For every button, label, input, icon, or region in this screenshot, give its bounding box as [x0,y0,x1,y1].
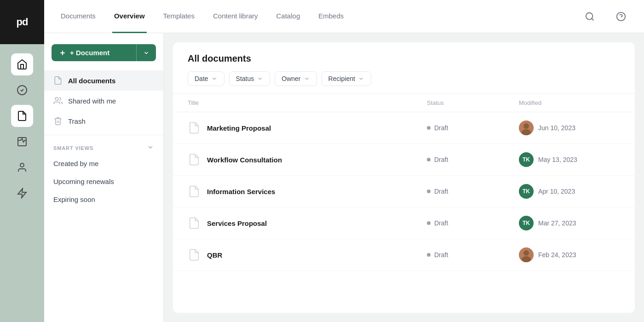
doc-status-cell: Draft [427,124,519,132]
search-button[interactable] [581,8,598,25]
col-status-label: Status [427,99,519,106]
table-row[interactable]: Information Services Draft TK Apr 10, 20… [173,176,635,207]
sidebar-item-upcoming-renewals[interactable]: Upcoming renewals [44,172,163,190]
doc-status-cell: Draft [427,251,519,259]
status-dot [427,190,431,193]
col-title-label: Title [188,99,427,106]
doc-status: Draft [434,188,448,195]
document-icon [188,217,201,230]
icon-bar: pd [0,0,44,322]
smart-views-chevron-icon[interactable] [147,144,154,153]
doc-title-cell: Information Services [188,185,427,198]
doc-modified-cell: Feb 24, 2023 [519,247,620,262]
smart-views-header: Smart Views [44,139,163,155]
tab-catalog[interactable]: Catalog [275,0,302,33]
doc-title-cell: Marketing Proposal [188,121,427,134]
smart-views-label: Smart Views [53,145,93,151]
sidebar-divider [44,135,163,135]
svg-marker-3 [18,189,26,198]
new-document-dropdown-button[interactable] [136,44,156,61]
new-document-button[interactable]: + Document [52,44,136,61]
doc-modified-date: Mar 27, 2023 [538,219,576,227]
help-button[interactable] [613,8,629,25]
doc-status: Draft [434,124,448,132]
nav-contacts[interactable] [11,156,33,178]
document-icon [188,185,201,198]
logo: pd [0,0,44,44]
nav-documents[interactable] [11,105,33,127]
document-icon [188,153,201,166]
filter-owner-button[interactable]: Owner [275,71,316,86]
sidebar-item-shared-with-me[interactable]: Shared with me [44,91,163,111]
doc-modified-date: Feb 24, 2023 [538,251,576,259]
table-row[interactable]: Workflow Consultation Draft TK May 13, 2… [173,144,635,176]
main-panel: Documents Overview Templates Content lib… [44,0,644,322]
doc-title: Workflow Consultation [207,156,282,164]
avatar [519,247,534,262]
doc-status: Draft [434,251,448,259]
tab-overview[interactable]: Overview [112,0,147,33]
avatar [519,121,534,135]
sidebar-item-trash[interactable]: Trash [44,111,163,131]
doc-title: QBR [207,251,222,259]
svg-point-15 [523,250,529,256]
sidebar: + Document All documents Shared with me … [44,33,164,322]
doc-status: Draft [434,219,448,227]
new-doc-btn-group: + Document [52,44,156,61]
doc-title-cell: QBR [188,248,427,261]
avatar: TK [519,152,534,167]
doc-modified-date: May 13, 2023 [538,156,577,163]
filter-date-button[interactable]: Date [188,71,224,86]
status-dot [427,221,431,225]
tab-content-library[interactable]: Content library [211,0,260,33]
filter-status-button[interactable]: Status [229,71,270,86]
status-dot [427,158,431,161]
doc-title: Marketing Proposal [207,124,271,132]
doc-title-cell: Services Proposal [188,217,427,230]
nav-analytics[interactable] [11,131,33,153]
doc-status: Draft [434,156,448,163]
filter-recipient-button[interactable]: Recipient [322,71,371,86]
table-row[interactable]: Marketing Proposal Draft Jun 10, 2023 [173,112,635,144]
document-icon [188,248,201,261]
nav-automation[interactable] [11,182,33,204]
doc-table: Marketing Proposal Draft Jun 10, 2023 [173,112,635,313]
documents-area: All documents Date Status Owner [173,42,635,313]
doc-title: Information Services [207,188,275,196]
tab-embeds[interactable]: Embeds [316,0,345,33]
logo-text: pd [17,16,28,28]
doc-modified-cell: TK Apr 10, 2023 [519,184,620,199]
doc-area-header: All documents Date Status Owner [173,42,635,94]
sidebar-item-all-documents[interactable]: All documents [44,70,163,91]
table-row[interactable]: QBR Draft Feb 24, 2023 [173,239,635,271]
document-icon [188,121,201,134]
content-area: + Document All documents Shared with me … [44,33,644,322]
doc-modified-date: Apr 10, 2023 [538,188,575,195]
filter-row: Date Status Owner Recipient [188,71,620,86]
doc-modified-cell: TK Mar 27, 2023 [519,216,620,230]
icon-nav [0,44,44,204]
svg-point-4 [586,12,593,19]
sidebar-item-created-by-me[interactable]: Created by me [44,155,163,172]
svg-line-5 [592,18,593,20]
top-nav: Documents Overview Templates Content lib… [44,0,644,33]
doc-modified-cell: Jun 10, 2023 [519,121,620,135]
doc-area-title: All documents [188,53,620,64]
svg-point-10 [55,98,58,101]
nav-home[interactable] [11,53,33,75]
doc-title: Services Proposal [207,219,267,227]
avatar: TK [519,216,534,230]
nav-tasks[interactable] [11,79,33,101]
doc-title-cell: Workflow Consultation [188,153,427,166]
doc-status-cell: Draft [427,219,519,227]
sidebar-item-expiring-soon[interactable]: Expiring soon [44,190,163,208]
svg-point-12 [523,123,529,129]
doc-modified-cell: TK May 13, 2023 [519,152,620,167]
doc-modified-date: Jun 10, 2023 [538,124,575,132]
status-dot [427,126,431,130]
table-row[interactable]: Services Proposal Draft TK Mar 27, 2023 [173,207,635,239]
status-dot [427,253,431,257]
tab-documents[interactable]: Documents [59,0,98,33]
doc-table-header: Title Status Modified [173,94,635,112]
tab-templates[interactable]: Templates [161,0,196,33]
